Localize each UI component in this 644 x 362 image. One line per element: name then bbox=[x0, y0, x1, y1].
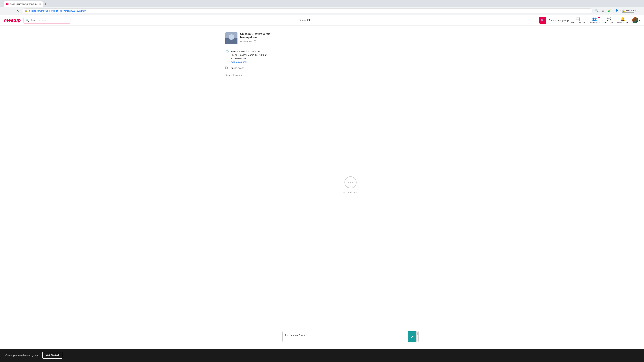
report-event-link[interactable]: Report this event bbox=[226, 74, 243, 76]
messages-icon: 💬 bbox=[606, 17, 611, 21]
avatar-image bbox=[632, 17, 638, 23]
nav-item-pro-dashboard[interactable]: 📊 Pro Dashboard bbox=[571, 17, 585, 24]
browser-extensions-icon[interactable]: 🧩 bbox=[606, 8, 612, 13]
browser-chrome: ▾ M meetup.com/meetup-group-id... × + ← … bbox=[0, 0, 644, 15]
nav-item-notifications[interactable]: 🔔 Notifications bbox=[617, 17, 628, 24]
toolbar-icons: 🔍 ☆ 🧩 👤 🕵️ Incognito ⋮ bbox=[594, 8, 642, 13]
lock-icon: 🔒 bbox=[25, 9, 27, 12]
message-input[interactable]: Heeeey, can't wait bbox=[282, 331, 408, 342]
message-input-area: Heeeey, can't wait ➤ bbox=[282, 331, 418, 342]
reload-btn[interactable]: ↻ bbox=[16, 8, 21, 13]
browser-profile-icon[interactable]: 👤 bbox=[614, 8, 620, 13]
group-image bbox=[226, 32, 238, 44]
group-type-info-icon[interactable]: ⓘ bbox=[254, 40, 256, 43]
nav-label-notifications: Notifications bbox=[617, 21, 628, 24]
search-input[interactable] bbox=[30, 19, 68, 22]
footer-get-started-btn[interactable]: Get Started bbox=[42, 352, 62, 359]
event-time-line1: Tuesday, March 12, 2024 at 10:00 bbox=[231, 50, 266, 53]
user-avatar[interactable] bbox=[632, 17, 638, 23]
connections-notification-dot bbox=[598, 17, 600, 18]
no-messages-area: No messages bbox=[282, 32, 418, 331]
nav-label-messages: Messages bbox=[604, 21, 613, 24]
event-time-line2: PM to Tuesday, March 12, 2024 at bbox=[231, 53, 266, 57]
footer-text: Create your own Meetup group. bbox=[5, 354, 38, 357]
forward-btn[interactable]: → bbox=[9, 8, 14, 13]
incognito-badge[interactable]: 🕵️ Incognito bbox=[620, 9, 636, 12]
browser-toolbar: ← → ↻ 🔒 🔍 ☆ 🧩 👤 🕵️ Incognito ⋮ bbox=[0, 7, 644, 15]
address-bar[interactable]: 🔒 bbox=[22, 8, 592, 13]
message-scrollbar[interactable] bbox=[416, 331, 418, 342]
nav-label-pro-dashboard: Pro Dashboard bbox=[571, 21, 585, 24]
svg-rect-0 bbox=[226, 67, 228, 69]
tab-close-btn[interactable]: × bbox=[39, 3, 40, 5]
site-footer: Create your own Meetup group. Get Starte… bbox=[0, 349, 644, 362]
start-group-link[interactable]: Start a new group bbox=[549, 19, 568, 22]
browser-search-icon[interactable]: 🔍 bbox=[594, 8, 599, 13]
browser-menu-icon[interactable]: ⋮ bbox=[636, 8, 642, 13]
clock-icon: 🕐 bbox=[226, 50, 229, 53]
no-messages-text: No messages bbox=[343, 191, 358, 194]
user-avatar-dropdown[interactable]: ▾ bbox=[632, 17, 640, 23]
notifications-icon: 🔔 bbox=[620, 17, 625, 21]
tab-title: meetup.com/meetup-group-id... bbox=[10, 3, 38, 5]
incognito-label: Incognito bbox=[626, 9, 634, 12]
send-icon: ➤ bbox=[411, 335, 414, 339]
group-type: Public group ⓘ bbox=[240, 40, 276, 43]
group-image-visual bbox=[226, 32, 238, 44]
search-bar[interactable]: 🔍 bbox=[24, 17, 70, 23]
avatar-chevron-icon: ▾ bbox=[639, 19, 640, 21]
search-button[interactable]: 🔍 bbox=[539, 17, 546, 24]
nav-items: 📊 Pro Dashboard 👥 Connections 💬 Messages… bbox=[571, 17, 640, 24]
site-header: meetup 🔍 Dover, DE 🔍 Start a new group 📊… bbox=[0, 15, 644, 26]
event-location: Online event bbox=[226, 66, 276, 69]
chat-dots bbox=[348, 182, 353, 183]
event-time: 🕐 Tuesday, March 12, 2024 at 10:00 PM to… bbox=[226, 50, 276, 64]
connections-icon: 👥 bbox=[592, 17, 597, 21]
pro-dashboard-icon: 📊 bbox=[576, 17, 580, 21]
search-btn-icon: 🔍 bbox=[541, 18, 544, 22]
search-icon: 🔍 bbox=[26, 18, 29, 22]
send-message-btn[interactable]: ➤ bbox=[408, 331, 416, 342]
scrollbar-thumb bbox=[417, 332, 418, 335]
chat-dot-3 bbox=[352, 182, 353, 183]
browser-bookmark-icon[interactable]: ☆ bbox=[600, 8, 606, 13]
event-time-text: Tuesday, March 12, 2024 at 10:00 PM to T… bbox=[231, 50, 266, 64]
new-tab-btn[interactable]: + bbox=[44, 2, 48, 6]
url-input[interactable] bbox=[29, 9, 590, 12]
event-location-text: Online event bbox=[230, 67, 244, 69]
nav-item-messages[interactable]: 💬 Messages bbox=[604, 17, 613, 24]
tab-expand-btn[interactable]: ▾ bbox=[1, 3, 2, 5]
chat-dot-2 bbox=[350, 182, 351, 183]
browser-tab-active[interactable]: M meetup.com/meetup-group-id... × bbox=[4, 1, 43, 7]
nav-item-connections[interactable]: 👥 Connections bbox=[589, 17, 600, 24]
group-info: Chicago Creative Circle Meetup Group Pub… bbox=[226, 32, 276, 44]
left-panel: Chicago Creative Circle Meetup Group Pub… bbox=[226, 32, 276, 342]
group-name: Chicago Creative Circle Meetup Group bbox=[240, 32, 276, 39]
chat-bubble-icon bbox=[344, 176, 356, 188]
chat-dot-1 bbox=[348, 182, 349, 183]
meetup-logo[interactable]: meetup bbox=[4, 17, 21, 23]
back-btn[interactable]: ← bbox=[2, 8, 8, 13]
video-icon bbox=[226, 66, 228, 69]
browser-tab-bar: ▾ M meetup.com/meetup-group-id... × + bbox=[0, 0, 644, 7]
incognito-icon: 🕵️ bbox=[622, 9, 625, 12]
group-details: Chicago Creative Circle Meetup Group Pub… bbox=[240, 32, 276, 43]
location-display: Dover, DE bbox=[73, 19, 537, 22]
group-type-label: Public group bbox=[240, 40, 253, 43]
nav-label-connections: Connections bbox=[589, 21, 600, 24]
event-details: 🕐 Tuesday, March 12, 2024 at 10:00 PM to… bbox=[226, 50, 276, 77]
event-time-line3: 11:00 PM CST bbox=[231, 57, 266, 60]
add-to-calendar-link[interactable]: Add to calendar bbox=[231, 61, 247, 63]
tab-favicon: M bbox=[6, 3, 8, 5]
chat-panel: No messages Heeeey, can't wait ➤ bbox=[282, 32, 418, 342]
main-content: Chicago Creative Circle Meetup Group Pub… bbox=[221, 26, 422, 349]
